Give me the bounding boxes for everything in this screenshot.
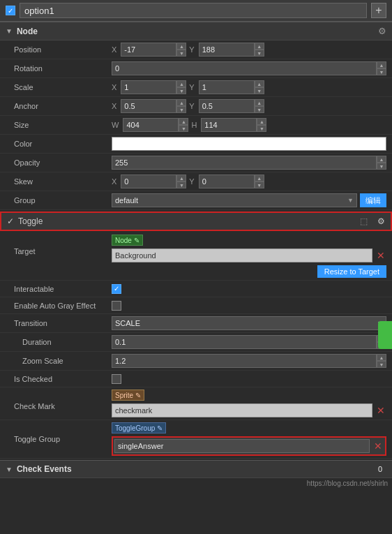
add-button[interactable]: +: [371, 3, 386, 18]
target-input[interactable]: [112, 249, 372, 262]
target-node-badge: Node ✎: [112, 235, 143, 246]
size-h-wrap: ▲ ▼: [201, 118, 266, 132]
skew-y-up[interactable]: ▲: [255, 175, 264, 181]
node-arrow-icon[interactable]: ▼: [6, 27, 13, 35]
zoom-scale-input[interactable]: [112, 354, 377, 368]
top-checkbox[interactable]: ✓: [6, 6, 15, 15]
scale-y-down[interactable]: ▼: [255, 87, 264, 94]
scale-x-up[interactable]: ▲: [176, 80, 186, 87]
scale-x-wrap: ▲ ▼: [121, 80, 186, 94]
auto-gray-checkbox[interactable]: [112, 301, 121, 311]
toggle-copy-icon[interactable]: ⬚: [360, 216, 368, 226]
position-y-label: Y: [189, 45, 194, 54]
check-mark-input[interactable]: [112, 403, 372, 417]
position-x-down[interactable]: ▼: [176, 50, 186, 57]
anchor-y-input[interactable]: [199, 99, 255, 113]
skew-x-input[interactable]: [121, 175, 176, 188]
zoom-scale-value: ▲ ▼: [112, 354, 386, 368]
toggle-section-title: Toggle: [18, 216, 43, 226]
target-clear-button[interactable]: ✕: [375, 250, 386, 261]
position-x-up[interactable]: ▲: [176, 43, 186, 50]
size-h-spin: ▲ ▼: [257, 118, 266, 132]
size-w-label: W: [112, 121, 119, 129]
check-events-arrow-icon[interactable]: ▼: [6, 466, 13, 473]
resize-btn-row: Resize to Target: [112, 265, 386, 278]
size-row: Size W ▲ ▼ H ▲ ▼: [0, 116, 392, 135]
size-w-down[interactable]: ▼: [179, 125, 188, 132]
skew-x-label: X: [112, 177, 116, 186]
skew-x-up[interactable]: ▲: [176, 175, 186, 181]
anchor-x-down[interactable]: ▼: [176, 106, 186, 113]
rotation-input[interactable]: [112, 61, 377, 75]
toggle-group-input-row: ✕: [112, 436, 386, 456]
group-dropdown[interactable]: default ▼: [112, 193, 357, 207]
interactable-row: Interactable: [0, 281, 392, 297]
zoom-scale-down[interactable]: ▼: [377, 361, 386, 368]
target-node-edit-icon[interactable]: ✎: [134, 237, 140, 244]
position-y-up[interactable]: ▲: [255, 43, 264, 50]
position-label: Position: [14, 45, 112, 54]
is-checked-checkbox[interactable]: [112, 374, 121, 384]
color-label: Color: [14, 140, 112, 148]
anchor-y-up[interactable]: ▲: [255, 99, 264, 106]
opacity-up[interactable]: ▲: [377, 156, 386, 163]
group-edit-button[interactable]: 编辑: [360, 193, 386, 207]
toggle-group-edit-icon[interactable]: ✎: [157, 424, 163, 432]
opacity-label: Opacity: [14, 158, 112, 167]
is-checked-value: [112, 374, 386, 384]
color-row: Color: [0, 135, 392, 154]
toggle-gear-icon[interactable]: ⚙: [377, 216, 385, 226]
skew-y-down[interactable]: ▼: [255, 181, 264, 188]
size-w-up[interactable]: ▲: [179, 118, 188, 125]
scale-y-input[interactable]: [199, 80, 255, 94]
opacity-row: Opacity ▲ ▼: [0, 154, 392, 172]
check-mark-edit-icon[interactable]: ✎: [135, 392, 141, 399]
size-h-up[interactable]: ▲: [257, 118, 266, 125]
size-h-down[interactable]: ▼: [257, 125, 266, 132]
rotation-up[interactable]: ▲: [377, 61, 386, 68]
skew-row: Skew X ▲ ▼ Y ▲ ▼: [0, 172, 392, 191]
target-value-col: Node ✎ ✕ Resize to Target: [112, 235, 386, 278]
toggle-group-clear-button[interactable]: ✕: [372, 440, 384, 452]
title-input[interactable]: [20, 3, 367, 18]
skew-x-down[interactable]: ▼: [176, 181, 186, 188]
color-picker[interactable]: [112, 137, 386, 151]
toggle-checkbox[interactable]: ✓: [7, 216, 14, 226]
toggle-group-input[interactable]: [114, 439, 370, 453]
interactable-checkbox[interactable]: [112, 284, 121, 294]
check-mark-sprite-badge: Sprite ✎: [112, 390, 144, 401]
zoom-scale-up[interactable]: ▲: [377, 354, 386, 361]
duration-input[interactable]: [112, 335, 377, 349]
resize-to-target-button[interactable]: Resize to Target: [317, 265, 386, 278]
opacity-input[interactable]: [112, 156, 377, 170]
rotation-label: Rotation: [14, 64, 112, 73]
size-h-label: H: [191, 121, 197, 129]
watermark: https://blog.csdn.net/shirln: [0, 478, 392, 489]
watermark-text: https://blog.csdn.net/shirln: [307, 480, 388, 487]
position-x-input[interactable]: [121, 43, 176, 57]
scale-y-spin: ▲ ▼: [255, 80, 264, 94]
scale-y-up[interactable]: ▲: [255, 80, 264, 87]
size-h-input[interactable]: [201, 118, 257, 132]
opacity-down[interactable]: ▼: [377, 163, 386, 170]
rotation-down[interactable]: ▼: [377, 68, 386, 75]
transition-dropdown[interactable]: SCALE ▼: [112, 316, 386, 330]
auto-gray-label: Enable Auto Gray Effect: [14, 302, 112, 310]
green-side-indicator: [378, 321, 392, 349]
scale-x-down[interactable]: ▼: [176, 87, 186, 94]
anchor-x-up[interactable]: ▲: [176, 99, 186, 106]
skew-y-input[interactable]: [199, 175, 255, 188]
toggle-group-badge-label: ToggleGroup: [115, 424, 155, 432]
size-w-input[interactable]: [123, 118, 179, 132]
scale-x-input[interactable]: [121, 80, 176, 94]
position-y-down[interactable]: ▼: [255, 50, 264, 57]
duration-wrap: ▲ ▼: [112, 335, 386, 349]
anchor-x-input[interactable]: [121, 99, 176, 113]
anchor-y-down[interactable]: ▼: [255, 106, 264, 113]
position-y-input[interactable]: [199, 43, 255, 57]
check-mark-clear-button[interactable]: ✕: [375, 405, 386, 416]
node-gear-icon[interactable]: ⚙: [378, 26, 386, 36]
duration-row: Duration ▲ ▼: [0, 333, 392, 352]
anchor-value: X ▲ ▼ Y ▲ ▼: [112, 99, 386, 113]
auto-gray-value: [112, 301, 386, 311]
